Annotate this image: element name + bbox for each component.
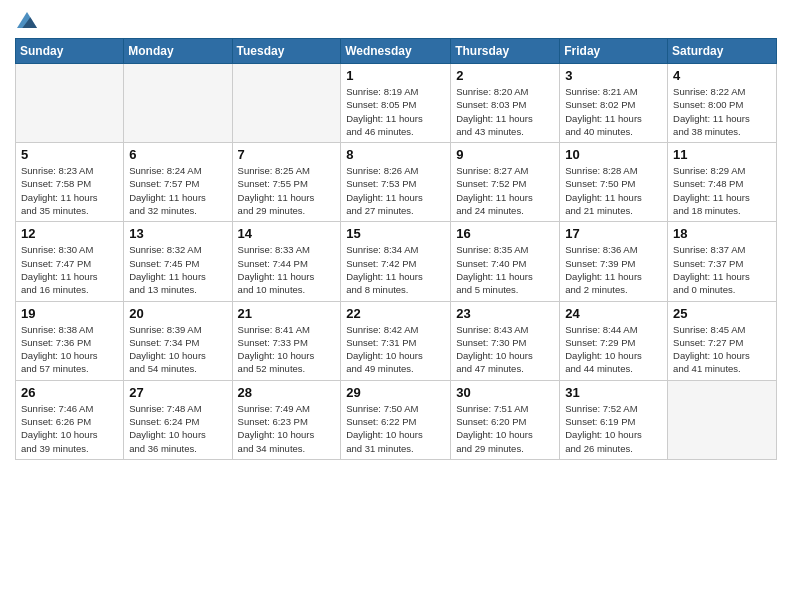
day-info: Sunrise: 8:33 AM Sunset: 7:44 PM Dayligh… [238,243,336,296]
calendar-week-5: 26Sunrise: 7:46 AM Sunset: 6:26 PM Dayli… [16,380,777,459]
day-info: Sunrise: 7:48 AM Sunset: 6:24 PM Dayligh… [129,402,226,455]
day-number: 3 [565,68,662,83]
day-number: 6 [129,147,226,162]
calendar-cell: 30Sunrise: 7:51 AM Sunset: 6:20 PM Dayli… [451,380,560,459]
day-info: Sunrise: 8:26 AM Sunset: 7:53 PM Dayligh… [346,164,445,217]
day-number: 13 [129,226,226,241]
day-info: Sunrise: 8:37 AM Sunset: 7:37 PM Dayligh… [673,243,771,296]
calendar-cell: 23Sunrise: 8:43 AM Sunset: 7:30 PM Dayli… [451,301,560,380]
calendar-cell: 12Sunrise: 8:30 AM Sunset: 7:47 PM Dayli… [16,222,124,301]
calendar-cell: 2Sunrise: 8:20 AM Sunset: 8:03 PM Daylig… [451,64,560,143]
weekday-header-saturday: Saturday [668,39,777,64]
weekday-header-thursday: Thursday [451,39,560,64]
day-number: 19 [21,306,118,321]
day-info: Sunrise: 8:43 AM Sunset: 7:30 PM Dayligh… [456,323,554,376]
day-info: Sunrise: 7:51 AM Sunset: 6:20 PM Dayligh… [456,402,554,455]
calendar-cell: 29Sunrise: 7:50 AM Sunset: 6:22 PM Dayli… [341,380,451,459]
calendar-cell: 17Sunrise: 8:36 AM Sunset: 7:39 PM Dayli… [560,222,668,301]
day-info: Sunrise: 7:52 AM Sunset: 6:19 PM Dayligh… [565,402,662,455]
calendar-cell: 22Sunrise: 8:42 AM Sunset: 7:31 PM Dayli… [341,301,451,380]
day-info: Sunrise: 8:29 AM Sunset: 7:48 PM Dayligh… [673,164,771,217]
calendar-cell: 3Sunrise: 8:21 AM Sunset: 8:02 PM Daylig… [560,64,668,143]
weekday-header-row: SundayMondayTuesdayWednesdayThursdayFrid… [16,39,777,64]
day-info: Sunrise: 8:35 AM Sunset: 7:40 PM Dayligh… [456,243,554,296]
calendar-cell: 16Sunrise: 8:35 AM Sunset: 7:40 PM Dayli… [451,222,560,301]
calendar-cell [16,64,124,143]
day-number: 20 [129,306,226,321]
day-number: 27 [129,385,226,400]
calendar-cell: 1Sunrise: 8:19 AM Sunset: 8:05 PM Daylig… [341,64,451,143]
calendar-week-4: 19Sunrise: 8:38 AM Sunset: 7:36 PM Dayli… [16,301,777,380]
calendar-cell: 18Sunrise: 8:37 AM Sunset: 7:37 PM Dayli… [668,222,777,301]
day-number: 5 [21,147,118,162]
day-number: 22 [346,306,445,321]
page-header [15,10,777,30]
weekday-header-wednesday: Wednesday [341,39,451,64]
day-info: Sunrise: 8:34 AM Sunset: 7:42 PM Dayligh… [346,243,445,296]
calendar-cell: 25Sunrise: 8:45 AM Sunset: 7:27 PM Dayli… [668,301,777,380]
calendar-cell: 20Sunrise: 8:39 AM Sunset: 7:34 PM Dayli… [124,301,232,380]
calendar-cell: 14Sunrise: 8:33 AM Sunset: 7:44 PM Dayli… [232,222,341,301]
day-info: Sunrise: 8:20 AM Sunset: 8:03 PM Dayligh… [456,85,554,138]
day-number: 4 [673,68,771,83]
calendar-cell: 4Sunrise: 8:22 AM Sunset: 8:00 PM Daylig… [668,64,777,143]
calendar-cell: 11Sunrise: 8:29 AM Sunset: 7:48 PM Dayli… [668,143,777,222]
day-number: 14 [238,226,336,241]
day-info: Sunrise: 8:23 AM Sunset: 7:58 PM Dayligh… [21,164,118,217]
day-number: 2 [456,68,554,83]
day-number: 31 [565,385,662,400]
calendar-cell: 5Sunrise: 8:23 AM Sunset: 7:58 PM Daylig… [16,143,124,222]
day-info: Sunrise: 7:50 AM Sunset: 6:22 PM Dayligh… [346,402,445,455]
day-info: Sunrise: 8:32 AM Sunset: 7:45 PM Dayligh… [129,243,226,296]
day-info: Sunrise: 8:42 AM Sunset: 7:31 PM Dayligh… [346,323,445,376]
weekday-header-monday: Monday [124,39,232,64]
day-info: Sunrise: 8:41 AM Sunset: 7:33 PM Dayligh… [238,323,336,376]
day-number: 17 [565,226,662,241]
weekday-header-sunday: Sunday [16,39,124,64]
day-info: Sunrise: 8:30 AM Sunset: 7:47 PM Dayligh… [21,243,118,296]
day-number: 26 [21,385,118,400]
day-number: 25 [673,306,771,321]
logo [15,10,37,30]
calendar-cell: 26Sunrise: 7:46 AM Sunset: 6:26 PM Dayli… [16,380,124,459]
day-info: Sunrise: 8:38 AM Sunset: 7:36 PM Dayligh… [21,323,118,376]
calendar-cell: 6Sunrise: 8:24 AM Sunset: 7:57 PM Daylig… [124,143,232,222]
day-info: Sunrise: 8:21 AM Sunset: 8:02 PM Dayligh… [565,85,662,138]
day-info: Sunrise: 8:44 AM Sunset: 7:29 PM Dayligh… [565,323,662,376]
day-number: 23 [456,306,554,321]
day-number: 9 [456,147,554,162]
calendar-cell: 7Sunrise: 8:25 AM Sunset: 7:55 PM Daylig… [232,143,341,222]
calendar-cell: 24Sunrise: 8:44 AM Sunset: 7:29 PM Dayli… [560,301,668,380]
day-number: 16 [456,226,554,241]
day-info: Sunrise: 8:22 AM Sunset: 8:00 PM Dayligh… [673,85,771,138]
calendar-cell: 21Sunrise: 8:41 AM Sunset: 7:33 PM Dayli… [232,301,341,380]
calendar-table: SundayMondayTuesdayWednesdayThursdayFrid… [15,38,777,460]
calendar-cell: 31Sunrise: 7:52 AM Sunset: 6:19 PM Dayli… [560,380,668,459]
day-number: 1 [346,68,445,83]
day-number: 11 [673,147,771,162]
calendar-cell [232,64,341,143]
day-info: Sunrise: 8:45 AM Sunset: 7:27 PM Dayligh… [673,323,771,376]
calendar-week-1: 1Sunrise: 8:19 AM Sunset: 8:05 PM Daylig… [16,64,777,143]
day-number: 7 [238,147,336,162]
calendar-cell: 15Sunrise: 8:34 AM Sunset: 7:42 PM Dayli… [341,222,451,301]
day-number: 28 [238,385,336,400]
day-number: 8 [346,147,445,162]
calendar-cell [124,64,232,143]
day-info: Sunrise: 8:24 AM Sunset: 7:57 PM Dayligh… [129,164,226,217]
day-number: 24 [565,306,662,321]
day-info: Sunrise: 8:27 AM Sunset: 7:52 PM Dayligh… [456,164,554,217]
day-info: Sunrise: 8:39 AM Sunset: 7:34 PM Dayligh… [129,323,226,376]
day-info: Sunrise: 7:49 AM Sunset: 6:23 PM Dayligh… [238,402,336,455]
day-info: Sunrise: 7:46 AM Sunset: 6:26 PM Dayligh… [21,402,118,455]
day-info: Sunrise: 8:19 AM Sunset: 8:05 PM Dayligh… [346,85,445,138]
day-number: 10 [565,147,662,162]
calendar-cell: 27Sunrise: 7:48 AM Sunset: 6:24 PM Dayli… [124,380,232,459]
day-number: 21 [238,306,336,321]
weekday-header-tuesday: Tuesday [232,39,341,64]
calendar-cell: 19Sunrise: 8:38 AM Sunset: 7:36 PM Dayli… [16,301,124,380]
day-info: Sunrise: 8:36 AM Sunset: 7:39 PM Dayligh… [565,243,662,296]
day-number: 18 [673,226,771,241]
day-info: Sunrise: 8:28 AM Sunset: 7:50 PM Dayligh… [565,164,662,217]
day-number: 15 [346,226,445,241]
